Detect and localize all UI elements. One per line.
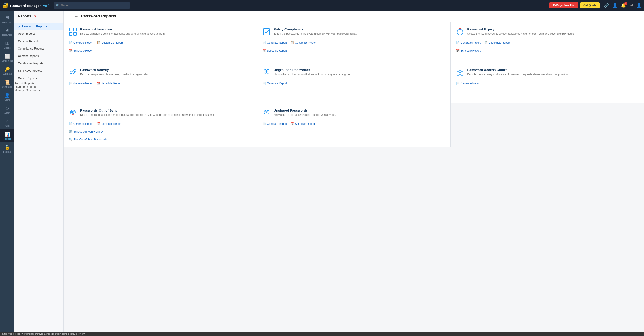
card-header: Password Inventory Depicts ownership det…	[69, 27, 252, 37]
card-desc: Tells if the passwords in the system com…	[274, 32, 357, 36]
hamburger-icon[interactable]: ☰	[69, 14, 72, 18]
sidebar-item-sshkeys[interactable]: 🔑 SSH Keys	[0, 64, 14, 77]
card-desc: Shows the list of passwords not shared w…	[274, 113, 336, 117]
sidebar-item-custom-reports[interactable]: Custom Reports	[14, 52, 63, 60]
doc-icon: 📄	[456, 82, 460, 85]
svg-rect-20	[461, 73, 463, 76]
generate-report-action[interactable]: 📄 Generate Report	[69, 81, 93, 85]
query-reports-submenu: Search Reports Favorite Reports Manage C…	[14, 82, 63, 92]
card-desc: Depicts how passwords are being used in …	[80, 73, 150, 76]
card-desc: Shows the list of accounts whose passwor…	[467, 32, 574, 36]
list-item: User Reports	[14, 30, 63, 37]
report-grid: Password Inventory Depicts ownership det…	[64, 22, 644, 147]
svg-point-32	[265, 111, 266, 112]
svg-point-24	[459, 72, 461, 73]
personal-icon: 🔒	[4, 144, 10, 150]
sidebar-item-search-reports[interactable]: Search Reports	[14, 82, 63, 85]
card-actions: 📄 Generate Report 📋 Customize Report 📅 S…	[262, 41, 445, 53]
sidebar-item-password-reports[interactable]: ★ Password Reports	[14, 23, 63, 30]
notification-badge: 1	[624, 2, 627, 5]
customize-report-action[interactable]: 📋 Customize Report	[290, 41, 316, 45]
schedule-report-action[interactable]: 📅 Schedule Report	[290, 122, 315, 126]
sidebar-item-audit[interactable]: ✓ Audit	[0, 116, 14, 129]
generate-report-action[interactable]: 📄 Generate Report	[69, 41, 93, 45]
customize-report-action[interactable]: 📋 Customize Report	[484, 41, 510, 45]
sidebar-item-connections[interactable]: ⬜ Connections	[0, 51, 14, 64]
find-out-of-sync-action[interactable]: 🔍 Find Out of Sync Passwords	[69, 137, 107, 141]
schedule-icon: 📅	[97, 82, 100, 85]
chevron-down-icon: ▾	[58, 77, 60, 80]
logo-icon: 🔐	[3, 3, 9, 8]
sidebar-item-general-reports[interactable]: General Reports	[14, 37, 63, 45]
sidebar-item-certificates-reports[interactable]: Certificates Reports	[14, 60, 63, 67]
report-card-empty	[450, 103, 644, 147]
schedule-report-action[interactable]: 📅 Schedule Report	[97, 81, 121, 85]
report-card-policy-compliance: Policy Compliance Tells if the passwords…	[257, 22, 450, 62]
card-header: Policy Compliance Tells if the passwords…	[262, 27, 445, 37]
sidebar-item-compliance-reports[interactable]: Compliance Reports	[14, 45, 63, 52]
sidebar-label-personal: Personal	[3, 151, 11, 153]
sidebar-item-dashboard[interactable]: ⊞ Dashboard	[0, 13, 14, 26]
back-icon[interactable]: ←	[75, 14, 78, 18]
sidebar-label-users: Users	[4, 99, 10, 101]
svg-rect-18	[461, 69, 463, 71]
schedule-integrity-check-action[interactable]: 🔄 Schedule Integrity Check	[69, 129, 103, 134]
sidebar-item-certificates[interactable]: 📜 Certificates	[0, 77, 14, 90]
sidebar-label-resources: Resources	[2, 34, 12, 36]
card-header: Password Activity Depicts how passwords …	[69, 68, 252, 78]
generate-report-action[interactable]: 📄 Generate Report	[456, 81, 480, 85]
card-actions: 📄 Generate Report 📅 Schedule Report 🔄 Sc…	[69, 122, 252, 141]
report-card-password-expiry: Password Expiry Shows the list of accoun…	[450, 22, 644, 62]
trial-button[interactable]: 30-Days Free Trial	[549, 3, 578, 8]
svg-point-26	[71, 111, 72, 112]
generate-report-action[interactable]: 📄 Generate Report	[456, 41, 480, 45]
sidebar-item-personal[interactable]: 🔒 Personal	[0, 142, 14, 155]
generate-report-action[interactable]: 📄 Generate Report	[69, 122, 93, 126]
sidebar-item-user-reports[interactable]: User Reports	[14, 30, 63, 37]
schedule-report-action[interactable]: 📅 Schedule Report	[69, 48, 93, 53]
generate-report-action[interactable]: 📄 Generate Report	[262, 81, 287, 85]
connections-icon: ⬜	[4, 54, 10, 59]
help-icon[interactable]: ❓	[33, 15, 37, 18]
top-nav: 🔐 Password Manager Pro ○ 🔍 30-Days Free …	[0, 0, 644, 11]
sidebar-item-resources[interactable]: 🖥 Resources	[0, 26, 14, 38]
user-icon[interactable]: 👤	[636, 3, 641, 8]
main-content: ☰ ← Password Reports P	[64, 11, 644, 336]
svg-point-9	[74, 69, 76, 72]
card-actions: 📄 Generate Report 📅 Schedule Report	[69, 81, 252, 85]
sidebar-item-query-reports[interactable]: Query Reports ▾	[14, 74, 63, 82]
sidebar-item-reports[interactable]: 📊 Reports	[0, 129, 14, 142]
schedule-report-action[interactable]: 📅 Schedule Report	[262, 48, 287, 53]
report-card-passwords-out-of-sync: Passwords Out of Sync Depicts the list o…	[64, 103, 257, 147]
dashboard-icon: ⊞	[5, 15, 9, 20]
report-card-password-access-control: Password Access Control Depicts the summ…	[450, 63, 644, 103]
sidebar-item-ssh-keys-reports[interactable]: SSH Keys Reports	[14, 67, 63, 74]
sidebar-item-admin[interactable]: ⚙ Admin	[0, 103, 14, 116]
card-header: Unshared Passwords Shows the list of pas…	[262, 108, 445, 118]
link-icon[interactable]: 🔗	[604, 3, 609, 8]
sidebar-label-audit: Audit	[5, 125, 10, 127]
icon-sidebar: ⊞ Dashboard 🖥 Resources ▦ Groups ⬜ Conne…	[0, 11, 14, 336]
customize-report-action[interactable]: 📋 Customize Report	[97, 41, 123, 45]
notification-icon[interactable]: 🔔 1	[621, 3, 626, 8]
card-title: Unshared Passwords	[274, 108, 336, 112]
schedule-report-action[interactable]: 📅 Schedule Report	[97, 122, 121, 126]
svg-rect-0	[69, 28, 72, 31]
sidebar-label-sshkeys: SSH Keys	[2, 73, 12, 75]
card-title-area: Password Expiry Shows the list of accoun…	[467, 27, 574, 36]
search-input[interactable]	[61, 4, 128, 7]
sidebar-item-users[interactable]: 👤 Users	[0, 90, 14, 103]
sidebar-item-manage-categories[interactable]: Manage Categories	[14, 88, 63, 92]
sidebar-item-favorite-reports[interactable]: Favorite Reports	[14, 85, 63, 88]
mail-icon[interactable]: ✉	[630, 3, 633, 8]
generate-report-action[interactable]: 📄 Generate Report	[262, 41, 287, 45]
profile-icon[interactable]: 👤	[612, 3, 618, 8]
schedule-report-action[interactable]: 📅 Schedule Report	[456, 48, 480, 53]
quote-button[interactable]: Get Quote	[580, 3, 600, 8]
generate-report-action[interactable]: 📄 Generate Report	[262, 122, 287, 126]
sidebar-label-groups: Groups	[4, 47, 10, 49]
card-title-area: Password Activity Depicts how passwords …	[80, 68, 150, 76]
list-item: Query Reports ▾ Search Reports Favorite …	[14, 74, 63, 92]
sidebar-item-groups[interactable]: ▦ Groups	[0, 38, 14, 51]
search-bar[interactable]: 🔍	[54, 2, 130, 9]
